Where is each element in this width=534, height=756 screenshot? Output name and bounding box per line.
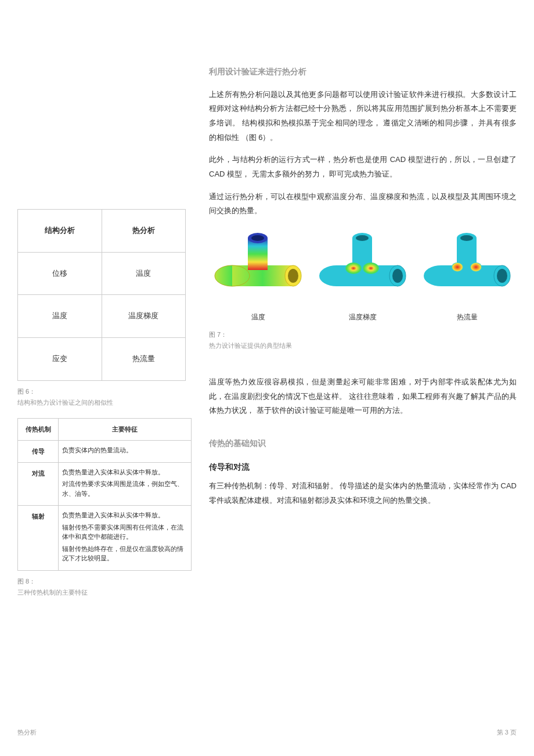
svg-point-25 (470, 262, 482, 272)
fig7-label-c: 热流量 (418, 311, 517, 324)
svg-point-15 (345, 262, 362, 274)
fig7-label-a: 温度 (209, 311, 308, 324)
svg-point-3 (288, 269, 298, 283)
table-row: 传热机制 主要特征 (18, 419, 192, 441)
svg-point-6 (251, 235, 264, 241)
table6-r2c2: 热流量 (102, 338, 186, 381)
table8-r2-mech: 辐射 (18, 506, 59, 571)
table8-r2-feat: 负责热量进入实体和从实体中释放。 辐射传热不需要实体周围有任何流体，在流体中和真… (59, 506, 192, 571)
table-8: 传热机制 主要特征 传导 负责实体内的热量流动。 对流 负责热量进入实体和从实体… (17, 418, 192, 571)
fig7-caption: 热力设计验证提供的典型结果 (209, 340, 517, 352)
paragraph-4: 温度等热力效应很容易模拟，但是测量起来可能非常困难，对于内部零件或装配体尤为如此… (209, 375, 517, 418)
table6-header-c1: 结构分析 (18, 210, 102, 253)
figure-7: 温度 (209, 226, 517, 323)
table8-r1-f0: 负责热量进入实体和从实体中释放。 (62, 467, 187, 477)
section-title-2: 传热的基础知识 (209, 435, 517, 451)
table6-r0c1: 位移 (18, 252, 102, 295)
table-row: 结构分析 热分析 (18, 210, 186, 253)
pipe-gradient-icon (316, 226, 409, 302)
fig6-caption: 结构和热力设计验证之间的相似性 (17, 397, 192, 409)
table-row: 位移 温度 (18, 252, 186, 295)
fig8-number: 图 8： (17, 577, 192, 587)
subsection-title: 传导和对流 (209, 459, 517, 475)
table-row: 辐射 负责热量进入实体和从实体中释放。 辐射传热不需要实体周围有任何流体，在流体… (18, 506, 192, 571)
svg-point-14 (356, 235, 369, 241)
pipe-flux-icon (421, 226, 514, 302)
fig7-item-flux: 热流量 (418, 226, 517, 323)
pipe-temperature-icon (212, 226, 305, 302)
table8-r2-f0: 负责热量进入实体和从实体中释放。 (62, 510, 187, 520)
table8-header-c2: 主要特征 (59, 419, 192, 441)
table8-r0-f0: 负责实体内的热量流动。 (62, 445, 187, 455)
svg-point-16 (363, 262, 379, 274)
footer-left: 热分析 (17, 726, 37, 739)
fig7-item-gradient: 温度梯度 (313, 226, 412, 323)
table8-r2-f1: 辐射传热不需要实体周围有任何流体，在流体中和真空中都能进行。 (62, 523, 187, 542)
table-row: 对流 负责热量进入实体和从实体中释放。 对流传热要求实体周围是流体，例如空气、水… (18, 462, 192, 506)
table6-r1c1: 温度 (18, 295, 102, 338)
svg-point-24 (452, 262, 463, 272)
section-title-1: 利用设计验证来进行热分析 (209, 64, 517, 80)
paragraph-5: 有三种传热机制：传导、对流和辐射。 传导描述的是实体内的热量流动，实体经常作为 … (209, 479, 517, 507)
paragraph-2: 此外，与结构分析的运行方式一样，热分析也是使用 CAD 模型进行的，所以，一旦创… (209, 153, 517, 181)
svg-point-11 (392, 269, 403, 283)
table-row: 温度 温度梯度 (18, 295, 186, 338)
svg-point-20 (497, 269, 507, 283)
table6-header-c2: 热分析 (102, 210, 186, 253)
table6-r1c2: 温度梯度 (102, 295, 186, 338)
table8-r0-feat: 负责实体内的热量流动。 (59, 440, 192, 462)
svg-point-23 (460, 235, 473, 241)
table8-r1-mech: 对流 (18, 462, 59, 506)
fig7-number: 图 7： (209, 330, 517, 340)
fig7-label-b: 温度梯度 (313, 311, 412, 324)
paragraph-3: 通过运行热分析，可以在模型中观察温度分布、温度梯度和热流，以及模型及其周围环境之… (209, 190, 517, 218)
table8-r1-f1: 对流传热要求实体周围是流体，例如空气、水、油等。 (62, 479, 187, 498)
paragraph-1: 上述所有热分析问题以及其他更多问题都可以使用设计验证软件来进行模拟。大多数设计工… (209, 88, 517, 145)
table8-header-c1: 传热机制 (18, 419, 59, 441)
table-row: 应变 热流量 (18, 338, 186, 381)
fig8-caption: 三种传热机制的主要特征 (17, 586, 192, 599)
fig7-item-temperature: 温度 (209, 226, 308, 323)
footer-right: 第 3 页 (497, 726, 517, 739)
table6-r2c1: 应变 (18, 338, 102, 381)
table6-r0c2: 温度 (102, 252, 186, 295)
table8-r2-f2: 辐射传热始终存在，但是仅在温度较高的情况下才比较明显。 (62, 544, 187, 563)
fig6-number: 图 6： (17, 387, 192, 397)
table8-r1-feat: 负责热量进入实体和从实体中释放。 对流传热要求实体周围是流体，例如空气、水、油等… (59, 462, 192, 506)
table-6: 结构分析 热分析 位移 温度 温度 温度梯度 应变 热流量 (17, 209, 186, 381)
table8-r0-mech: 传导 (18, 440, 59, 462)
table-row: 传导 负责实体内的热量流动。 (18, 440, 192, 462)
